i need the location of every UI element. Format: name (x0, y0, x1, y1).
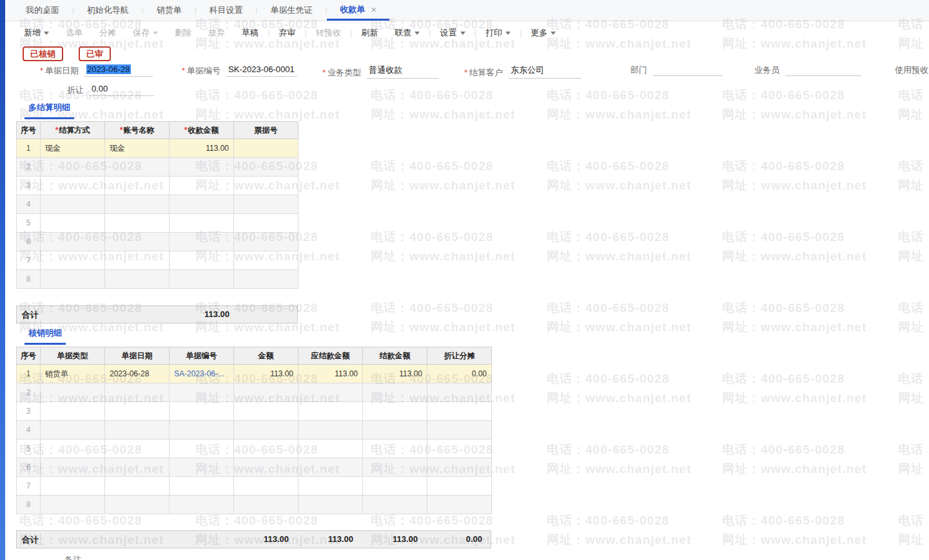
cell[interactable] (363, 458, 427, 477)
toolbar-button-draft[interactable]: 草稿 (233, 27, 267, 39)
toolbar-button-delete[interactable]: 删除 (166, 27, 200, 39)
toolbar-button-save[interactable]: 保存 (124, 27, 166, 39)
cell[interactable] (105, 158, 170, 177)
cell[interactable] (363, 439, 427, 458)
cell[interactable] (41, 402, 105, 421)
cell[interactable] (170, 421, 234, 439)
tab-receipt[interactable]: 收款单× (327, 0, 389, 21)
cell[interactable] (170, 195, 234, 214)
cell[interactable] (234, 458, 298, 477)
cell[interactable] (41, 214, 105, 233)
cell[interactable]: 113.00 (363, 365, 427, 383)
cell[interactable] (363, 477, 427, 496)
cell[interactable]: 113.00 (234, 365, 298, 383)
cell[interactable] (363, 496, 427, 514)
cell[interactable] (234, 233, 298, 251)
cell[interactable] (427, 477, 492, 496)
cell[interactable] (298, 458, 363, 477)
cell[interactable] (41, 270, 105, 289)
cell[interactable] (41, 496, 105, 514)
cell[interactable]: 2023-06-28 (105, 365, 170, 383)
cell[interactable] (41, 177, 105, 195)
cell[interactable] (41, 439, 105, 458)
cell[interactable] (41, 233, 105, 251)
cell[interactable] (427, 383, 492, 402)
tab-writeoff-detail[interactable]: 核销明细 (24, 327, 66, 345)
cell[interactable] (105, 383, 170, 402)
cell[interactable]: 现金 (105, 139, 170, 158)
cell[interactable] (105, 402, 170, 421)
cell[interactable] (41, 477, 105, 496)
field-value-customer[interactable]: 东东公司 (509, 64, 581, 79)
cell[interactable] (170, 458, 234, 477)
cell[interactable] (427, 458, 492, 477)
field-value-department[interactable] (653, 65, 723, 76)
cell[interactable]: 113.00 (170, 139, 234, 158)
cell[interactable] (298, 421, 363, 439)
cell[interactable] (298, 439, 363, 458)
cell[interactable] (298, 477, 363, 496)
tab-doc-to-voucher[interactable]: 单据生凭证 (257, 0, 325, 21)
cell[interactable] (105, 458, 170, 477)
cell[interactable] (41, 458, 105, 477)
cell[interactable]: 现金 (41, 139, 105, 158)
cell[interactable] (41, 383, 105, 402)
cell[interactable] (170, 270, 234, 289)
cell[interactable] (234, 195, 298, 214)
cell[interactable] (363, 402, 427, 421)
cell[interactable] (170, 233, 234, 251)
cell[interactable] (41, 421, 105, 439)
cell[interactable] (427, 496, 492, 514)
cell[interactable] (427, 402, 492, 421)
cell[interactable] (234, 421, 298, 439)
tab-close-icon[interactable]: × (371, 4, 376, 15)
cell[interactable] (234, 439, 298, 458)
toolbar-button-allocate[interactable]: 分摊 (91, 27, 124, 39)
field-value-doc-date[interactable]: 2023-06-28 (84, 64, 153, 77)
cell[interactable] (170, 177, 234, 195)
field-value-salesperson[interactable] (785, 65, 861, 76)
cell[interactable] (105, 270, 170, 289)
cell[interactable]: 销货单 (41, 365, 105, 383)
field-value-doc-no[interactable]: SK-2023-06-0001 (226, 64, 297, 77)
cell[interactable] (234, 139, 298, 158)
toolbar-button-to-advance[interactable]: 转预收 (308, 27, 349, 39)
cell[interactable] (170, 496, 234, 514)
toolbar-button-link-query[interactable]: 联查 (386, 27, 428, 39)
cell[interactable] (41, 195, 105, 214)
cell[interactable]: SA-2023-06-... (170, 365, 234, 383)
cell[interactable] (170, 477, 234, 496)
toolbar-button-refresh[interactable]: 刷新 (353, 27, 386, 39)
cell[interactable] (105, 439, 170, 458)
cell[interactable] (234, 383, 298, 402)
cell[interactable] (234, 270, 298, 289)
cell[interactable] (234, 214, 298, 233)
tab-my-desktop[interactable]: 我的桌面 (13, 0, 72, 21)
tab-sales-order[interactable]: 销货单 (144, 0, 195, 21)
cell[interactable] (170, 439, 234, 458)
toolbar-button-add[interactable]: 新增 (15, 27, 57, 39)
field-value-discount[interactable]: 0.00 (90, 84, 154, 96)
cell[interactable] (234, 158, 298, 177)
cell[interactable] (105, 496, 170, 514)
cell[interactable] (234, 177, 298, 195)
cell[interactable] (105, 477, 170, 496)
cell[interactable] (41, 251, 105, 270)
cell[interactable] (41, 158, 105, 177)
toolbar-button-more[interactable]: 更多 (522, 27, 564, 39)
cell[interactable] (105, 421, 170, 439)
field-value-biz-type[interactable]: 普通收款 (367, 64, 439, 79)
toolbar-button-unapprove[interactable]: 弃审 (270, 27, 304, 39)
cell[interactable] (363, 421, 427, 439)
cell[interactable] (105, 195, 170, 214)
cell[interactable] (363, 383, 427, 402)
toolbar-button-select-doc[interactable]: 选单 (57, 27, 91, 39)
cell[interactable] (234, 477, 298, 496)
tab-account-setup[interactable]: 科目设置 (197, 0, 256, 21)
toolbar-button-settings[interactable]: 设置 (432, 27, 474, 39)
cell[interactable] (427, 421, 492, 439)
cell[interactable] (170, 383, 234, 402)
cell[interactable] (105, 251, 170, 270)
cell[interactable] (105, 177, 170, 195)
cell[interactable] (170, 158, 234, 177)
